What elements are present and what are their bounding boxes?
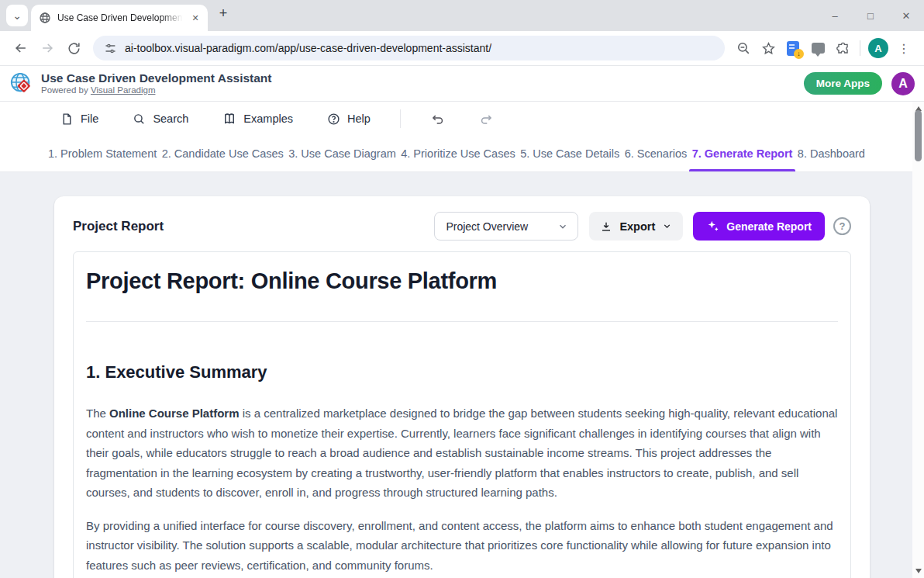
report-card: Project Report Project Overview Export G…	[54, 196, 870, 578]
toolbar-help-icon[interactable]: ?	[833, 217, 851, 235]
browser-tab-strip: ⌄ Use Case Driven Development Assistant …	[0, 0, 924, 31]
zoom-icon[interactable]	[731, 36, 756, 61]
url-text[interactable]: ai-toolbox.visual-paradigm.com/app/use-c…	[125, 42, 491, 54]
browser-profile-avatar[interactable]: A	[868, 38, 888, 58]
browser-tab[interactable]: Use Case Driven Development Assistant ✕	[31, 5, 208, 31]
file-icon	[60, 112, 74, 126]
platform-name-bold: Online Course Platform	[109, 407, 240, 420]
generate-report-button[interactable]: Generate Report	[693, 212, 825, 241]
search-menu[interactable]: Search	[133, 112, 188, 126]
workflow-steps: 1. Problem Statement 2. Candidate Use Ca…	[0, 136, 924, 172]
browser-toolbar: ai-toolbox.visual-paradigm.com/app/use-c…	[0, 31, 924, 66]
report-document: Project Report: Online Course Platform 1…	[73, 251, 851, 578]
search-icon	[133, 112, 146, 126]
title-divider	[86, 321, 838, 322]
app-header: Use Case Driven Development Assistant Po…	[0, 66, 924, 102]
bookmark-star-icon[interactable]	[756, 36, 781, 61]
executive-summary-paragraph-2: By providing a unified interface for cou…	[86, 516, 838, 576]
powered-by: Powered by Visual Paradigm	[41, 85, 271, 95]
download-icon	[600, 220, 612, 233]
visual-paradigm-logo	[9, 71, 34, 96]
examples-menu[interactable]: Examples	[222, 112, 293, 126]
minimize-icon[interactable]: –	[817, 0, 853, 31]
extensions-puzzle-icon[interactable]	[830, 36, 855, 61]
app-menubar: File Search Examples Help	[0, 102, 924, 136]
chevron-down-icon	[557, 221, 568, 232]
undo-icon[interactable]	[430, 112, 445, 126]
docs-extension-icon[interactable]: ↓	[781, 36, 805, 61]
scrollbar-thumb[interactable]	[915, 110, 922, 161]
report-title: Project Report: Online Course Platform	[86, 268, 838, 294]
redo-icon[interactable]	[479, 112, 494, 126]
forward-icon[interactable]	[34, 35, 60, 61]
executive-summary-paragraph-1: The Online Course Platform is a centrali…	[86, 403, 838, 503]
reload-icon[interactable]	[60, 35, 87, 61]
panel-title: Project Report	[73, 219, 164, 234]
account-avatar[interactable]: A	[891, 72, 915, 95]
report-type-value: Project Overview	[446, 220, 557, 233]
tab-search-chevron-icon[interactable]: ⌄	[6, 5, 28, 26]
tab-title: Use Case Driven Development Assistant	[57, 12, 183, 23]
app-title: Use Case Driven Development Assistant	[41, 71, 271, 85]
step-dashboard[interactable]: 8. Dashboard	[798, 136, 865, 171]
step-problem-statement[interactable]: 1. Problem Statement	[48, 136, 157, 171]
chevron-down-icon	[662, 221, 672, 231]
report-type-select[interactable]: Project Overview	[434, 212, 578, 241]
step-prioritize-use-cases[interactable]: 4. Prioritize Use Cases	[401, 136, 515, 171]
maximize-icon[interactable]: □	[853, 0, 888, 31]
browser-menu-kebab-icon[interactable]: ⋮	[891, 36, 916, 61]
window-close-icon[interactable]: ✕	[888, 0, 924, 31]
file-menu[interactable]: File	[60, 112, 98, 126]
new-tab-button[interactable]: +	[212, 2, 234, 24]
app-titles: Use Case Driven Development Assistant Po…	[41, 71, 271, 95]
address-bar[interactable]: ai-toolbox.visual-paradigm.com/app/use-c…	[93, 36, 725, 61]
step-generate-report[interactable]: 7. Generate Report	[692, 136, 793, 171]
step-scenarios[interactable]: 6. Scenarios	[625, 136, 688, 171]
back-icon[interactable]	[8, 35, 34, 61]
step-use-case-diagram[interactable]: 3. Use Case Diagram	[288, 136, 396, 171]
comment-extension-icon[interactable]	[805, 36, 830, 61]
export-button[interactable]: Export	[589, 212, 683, 241]
book-icon	[222, 112, 236, 126]
visual-paradigm-link[interactable]: Visual Paradigm	[91, 85, 156, 95]
sparkle-icon	[706, 220, 719, 233]
page-scrollbar[interactable]	[912, 102, 924, 578]
site-info-tune-icon[interactable]	[104, 42, 117, 55]
download-badge-icon: ↓	[794, 49, 804, 59]
step-use-case-details[interactable]: 5. Use Case Details	[520, 136, 619, 171]
main-content: Project Report Project Overview Export G…	[0, 172, 924, 578]
menubar-divider	[400, 109, 401, 128]
more-apps-button[interactable]: More Apps	[804, 72, 882, 95]
help-menu[interactable]: Help	[327, 112, 371, 126]
toolbar-divider	[860, 40, 860, 56]
scrollbar-down-arrow-icon[interactable]	[912, 566, 924, 576]
step-candidate-use-cases[interactable]: 2. Candidate Use Cases	[162, 136, 284, 171]
tab-close-icon[interactable]: ✕	[189, 12, 202, 24]
section-heading: 1. Executive Summary	[86, 362, 838, 382]
report-toolbar: Project Report Project Overview Export G…	[73, 212, 851, 241]
window-controls: – □ ✕	[817, 0, 924, 31]
globe-favicon-icon	[39, 12, 51, 24]
help-icon	[327, 112, 340, 126]
